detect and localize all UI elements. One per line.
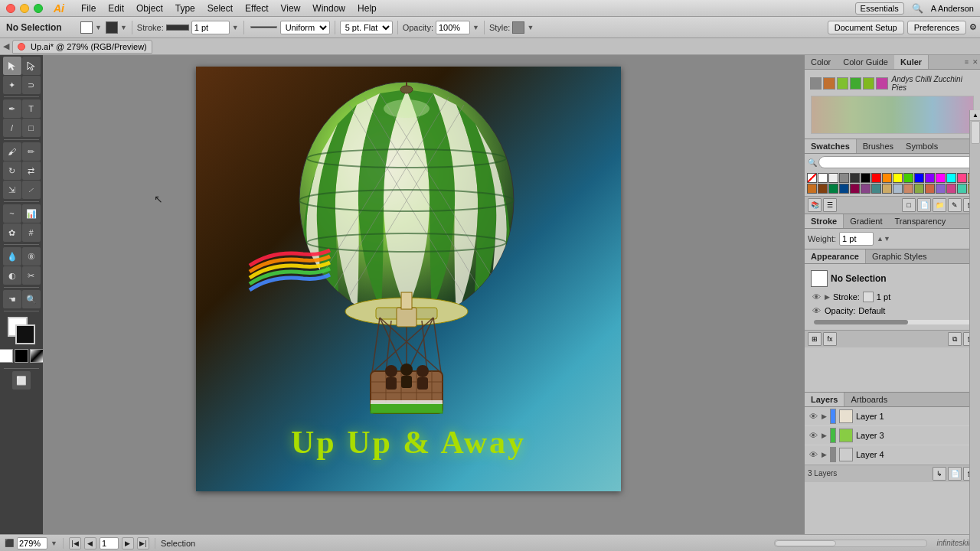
new-layer[interactable]: 📄	[948, 467, 962, 481]
page-first-btn[interactable]: |◀	[69, 537, 81, 549]
menu-object[interactable]: Object	[130, 2, 169, 15]
zoom-arrow[interactable]: ▼	[51, 540, 57, 547]
menu-window[interactable]: Window	[306, 2, 351, 15]
direct-selection-tool[interactable]	[22, 57, 41, 75]
scissors-tool[interactable]: ✂	[22, 266, 41, 285]
kuler-swatch-4[interactable]	[863, 77, 874, 90]
lasso-tool[interactable]: ⊃	[22, 76, 41, 94]
kuler-swatch-2[interactable]	[837, 77, 848, 90]
menu-view[interactable]: View	[275, 2, 307, 15]
pencil-tool[interactable]: ✏	[22, 142, 41, 161]
swatch-new-swatch[interactable]: 📄	[917, 198, 931, 212]
gradient-swatch[interactable]	[30, 349, 44, 363]
type-tool[interactable]: T	[22, 99, 41, 118]
tab-color-guide[interactable]: Color Guide	[837, 55, 894, 69]
menu-edit[interactable]: Edit	[102, 2, 130, 15]
swatch-terra[interactable]	[925, 184, 935, 194]
pen-tool[interactable]: ✒	[3, 99, 21, 118]
swatch-none[interactable]	[807, 173, 817, 183]
canvas-area[interactable]: Up Up & Away ↖	[43, 55, 804, 534]
stroke-visibility-toggle[interactable]: 👁	[811, 292, 822, 302]
none-swatch[interactable]	[0, 349, 13, 363]
scale-tool[interactable]: ⇲	[3, 181, 21, 199]
stroke-arrow-toolbar[interactable]: ▼	[120, 24, 127, 31]
swatch-magenta[interactable]	[936, 173, 946, 183]
menu-file[interactable]: File	[75, 2, 102, 15]
swatch-red[interactable]	[871, 173, 881, 183]
tab-stroke[interactable]: Stroke	[805, 214, 844, 228]
symbol-sprayer[interactable]: ✿	[3, 223, 21, 242]
tab-appearance[interactable]: Appearance	[805, 249, 866, 263]
appear-fx[interactable]: fx	[823, 332, 837, 346]
fill-color-toolbar[interactable]	[80, 21, 93, 34]
gradient-tool[interactable]: ◐	[3, 266, 21, 285]
page-next-btn[interactable]: ▶	[122, 537, 134, 549]
zoom-input[interactable]	[17, 537, 47, 549]
tab-transparency[interactable]: Transparency	[888, 214, 952, 228]
scroll-up-btn[interactable]: ▲	[970, 110, 980, 121]
layer-4-visibility[interactable]: 👁	[808, 449, 818, 460]
eyedropper-tool[interactable]: 💧	[3, 247, 21, 266]
paint-brush-tool[interactable]: 🖌	[3, 142, 21, 161]
make-sublayer[interactable]: ↳	[933, 467, 946, 481]
stroke-flat-select[interactable]: 5 pt. Flat	[340, 21, 393, 34]
stroke-swatch[interactable]	[15, 324, 35, 344]
swatch-salmon[interactable]	[903, 184, 913, 194]
fill-arrow[interactable]: ▼	[95, 24, 102, 31]
rotate-tool[interactable]: ↻	[3, 161, 21, 180]
page-last-btn[interactable]: ▶|	[137, 537, 149, 549]
swatch-orange[interactable]	[882, 173, 892, 183]
reflect-tool[interactable]: ⇄	[22, 161, 41, 180]
stroke-weight-arrow[interactable]: ▲▼	[877, 235, 890, 243]
preferences-button[interactable]: Preferences	[907, 21, 966, 34]
swatch-new-color-group[interactable]: □	[902, 198, 916, 212]
swatch-show-kinds[interactable]: ☰	[823, 198, 837, 212]
status-scrollbar-h[interactable]	[774, 540, 927, 547]
tab-swatches[interactable]: Swatches	[805, 139, 857, 153]
swatch-teal[interactable]	[871, 184, 881, 194]
layer-row-4[interactable]: 👁 ▶ Layer 4	[805, 445, 980, 465]
swatch-tan[interactable]	[882, 184, 892, 194]
tab-color[interactable]: Color	[805, 55, 837, 69]
warp-tool[interactable]: ~	[3, 204, 21, 223]
close-button[interactable]	[6, 4, 15, 13]
stroke-color-toolbar[interactable]	[106, 21, 118, 34]
style-arrow[interactable]: ▼	[527, 24, 534, 31]
search-icon[interactable]: 🔍	[912, 3, 923, 14]
scroll-thumb[interactable]	[971, 121, 980, 144]
layer-3-expand[interactable]: ▶	[822, 432, 827, 439]
document-tab[interactable]: Up.ai* @ 279% (RGB/Preview)	[12, 40, 152, 54]
scrollbar-thumb-h[interactable]	[775, 540, 835, 546]
color-panel-close[interactable]: ✕	[971, 58, 980, 66]
swatch-mint[interactable]	[957, 184, 967, 194]
maximize-button[interactable]	[34, 4, 43, 13]
selection-tool[interactable]	[3, 57, 21, 75]
swatch-indigo[interactable]	[936, 184, 946, 194]
stroke-weight-input[interactable]	[839, 232, 874, 246]
swatch-dark-brown[interactable]	[818, 184, 828, 194]
graph-tool[interactable]: 📊	[22, 204, 41, 223]
swatches-search-input[interactable]	[818, 156, 977, 168]
menu-select[interactable]: Select	[201, 2, 239, 15]
menu-help[interactable]: Help	[351, 2, 383, 15]
minimize-button[interactable]	[20, 4, 29, 13]
swatch-steel[interactable]	[893, 184, 903, 194]
swatch-maroon[interactable]	[850, 184, 860, 194]
stroke-value-input[interactable]	[191, 21, 230, 34]
blend-tool[interactable]: ⑧	[22, 247, 41, 266]
swatch-olive[interactable]	[914, 184, 924, 194]
layer-1-expand[interactable]: ▶	[822, 412, 827, 420]
doc-setup-button[interactable]: Document Setup	[828, 21, 904, 34]
menu-type[interactable]: Type	[169, 2, 201, 15]
opacity-slider[interactable]	[814, 320, 971, 324]
opacity-arrow[interactable]: ▼	[472, 24, 479, 31]
layer-row-1[interactable]: 👁 ▶ Layer 1	[805, 407, 980, 426]
stroke-appear-swatch[interactable]	[863, 292, 874, 302]
swatch-gray-50[interactable]	[839, 173, 849, 183]
swatch-edit-swatch[interactable]: ✎	[948, 198, 962, 212]
swatch-yellow[interactable]	[893, 173, 903, 183]
magic-wand-tool[interactable]: ✦	[3, 76, 21, 94]
tab-graphic-styles[interactable]: Graphic Styles	[866, 249, 933, 263]
stroke-uniform-select[interactable]: Uniform	[280, 21, 330, 34]
line-tool[interactable]: /	[3, 119, 21, 137]
